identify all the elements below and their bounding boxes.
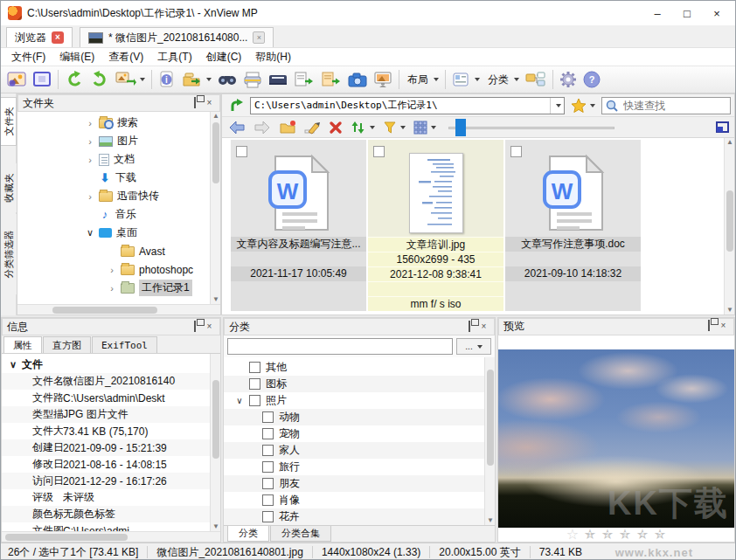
folder-tree-item[interactable]: ›搜索 xyxy=(17,114,220,132)
tab-browser[interactable]: 浏览器 × xyxy=(6,27,73,47)
menu-create[interactable]: 创建(C) xyxy=(199,48,249,66)
menu-file[interactable]: 文件(F) xyxy=(4,48,52,66)
categories-float-button[interactable] xyxy=(463,321,475,333)
file-item[interactable]: W 文章内容及标题编写注意... 2021-11-17 10:05:49 xyxy=(231,140,366,311)
favorites-dropdown-icon[interactable] xyxy=(590,104,595,107)
settings-button[interactable] xyxy=(557,67,580,92)
folders-close-button[interactable]: × xyxy=(204,98,215,109)
move-to-button[interactable] xyxy=(318,67,344,92)
index-print-dropdown-icon[interactable] xyxy=(475,78,480,81)
menu-edit[interactable]: 编辑(E) xyxy=(52,48,101,66)
collapse-icon[interactable]: ∨ xyxy=(235,396,244,405)
index-print-button[interactable] xyxy=(449,67,483,92)
info-horizontal-scrollbar[interactable] xyxy=(2,531,220,542)
category-checkbox[interactable] xyxy=(249,362,260,373)
folder-tree-item-selected[interactable]: ›工作记录1 xyxy=(17,279,220,297)
scrollbar-thumb[interactable] xyxy=(5,534,128,541)
forward-button[interactable] xyxy=(251,115,274,140)
filter-button[interactable] xyxy=(380,115,408,140)
category-row[interactable]: 旅行 xyxy=(224,459,495,475)
view-mode-button[interactable] xyxy=(411,115,439,140)
info-vertical-scrollbar[interactable]: ▼ xyxy=(210,354,220,531)
folder-tree-item[interactable]: ›图片 xyxy=(17,132,220,150)
item-checkbox[interactable] xyxy=(236,146,247,157)
back-button[interactable] xyxy=(226,115,248,140)
folders-horizontal-scrollbar[interactable] xyxy=(17,304,220,315)
menu-view[interactable]: 查看(V) xyxy=(101,48,150,66)
rotate-right-button[interactable] xyxy=(87,67,112,92)
preview-pane-icon[interactable] xyxy=(716,121,729,133)
tab-category-sets[interactable]: 分类合集 xyxy=(270,526,331,542)
category-checkbox[interactable] xyxy=(249,378,260,390)
category-checkbox[interactable] xyxy=(262,445,274,456)
browse-mode-button[interactable] xyxy=(4,67,29,92)
folder-tree-item[interactable]: ♪音乐 xyxy=(17,205,220,224)
close-button[interactable]: × xyxy=(702,3,732,24)
filter-dropdown-icon[interactable] xyxy=(400,126,406,129)
category-row[interactable]: 花卉 xyxy=(224,508,495,525)
up-one-level-button[interactable] xyxy=(226,93,246,118)
tab-properties[interactable]: 属性 xyxy=(3,336,42,353)
minimize-button[interactable]: – xyxy=(642,3,672,24)
tab-browser-close-icon[interactable]: × xyxy=(52,31,64,44)
file-item-selected[interactable]: 文章培训.jpg 1560x2699 - 435 2021-12-08 9:38… xyxy=(368,140,503,311)
folder-tree-item[interactable]: ⬇下载 xyxy=(17,169,220,187)
info-button[interactable]: i xyxy=(156,67,178,92)
scrollbar-thumb[interactable] xyxy=(726,190,733,252)
layout-button[interactable]: 布局 xyxy=(403,67,441,92)
rating-star-1[interactable]: ★1 xyxy=(583,528,598,542)
print-button[interactable] xyxy=(240,67,265,92)
open-with-dropdown-icon[interactable] xyxy=(206,78,212,81)
capture-button[interactable] xyxy=(345,67,370,92)
expand-icon[interactable]: › xyxy=(108,283,116,294)
new-folder-button[interactable] xyxy=(276,115,299,140)
view-dropdown-icon[interactable] xyxy=(431,126,436,129)
slideshow-button[interactable] xyxy=(371,67,395,92)
quick-search-input[interactable] xyxy=(621,99,726,113)
category-checkbox[interactable] xyxy=(262,461,274,473)
convert-button[interactable] xyxy=(113,67,148,92)
category-row[interactable]: 朋友 xyxy=(224,475,495,492)
help-button[interactable]: ? xyxy=(580,67,603,92)
sort-button[interactable] xyxy=(348,115,378,140)
expand-icon[interactable]: › xyxy=(108,265,116,275)
rating-star-3[interactable]: ★3 xyxy=(618,528,633,542)
folder-tree-item[interactable]: ∨桌面 xyxy=(17,224,220,242)
tab-exiftool[interactable]: ExifTool xyxy=(92,336,157,353)
tab-histogram[interactable]: 直方图 xyxy=(43,336,91,353)
file-item[interactable]: W 文章写作注意事项.doc 2021-09-10 14:18:32 xyxy=(505,140,641,311)
sidebar-tab-folders[interactable]: 文件夹 xyxy=(1,97,17,146)
expand-icon[interactable]: › xyxy=(86,136,94,147)
category-checkbox[interactable] xyxy=(262,428,274,439)
category-button[interactable]: 分类 xyxy=(483,67,522,92)
rating-star-4[interactable]: ★4 xyxy=(635,528,650,542)
info-close-button[interactable]: × xyxy=(204,321,215,333)
browser-vertical-scrollbar[interactable]: ▲▼ xyxy=(724,138,734,315)
category-checkbox[interactable] xyxy=(262,411,274,423)
copy-to-button[interactable] xyxy=(291,67,317,92)
category-dropdown-icon[interactable] xyxy=(514,78,519,81)
categories-close-button[interactable]: × xyxy=(478,321,490,333)
rotate-left-button[interactable] xyxy=(62,67,87,92)
collapse-icon[interactable]: ∨ xyxy=(86,227,94,239)
item-checkbox[interactable] xyxy=(373,146,385,157)
category-row[interactable]: ∨照片 xyxy=(224,392,495,409)
rating-star-5[interactable]: ★5 xyxy=(653,528,668,542)
address-input[interactable] xyxy=(251,100,550,111)
collapse-icon[interactable]: ∨ xyxy=(9,359,17,370)
delete-button[interactable] xyxy=(326,115,345,140)
preview-close-button[interactable]: × xyxy=(718,321,729,332)
favorites-button[interactable] xyxy=(568,93,598,118)
category-row[interactable]: 其他 xyxy=(224,359,495,376)
expand-icon[interactable]: › xyxy=(86,118,94,128)
folders-float-button[interactable] xyxy=(189,98,200,109)
tab-categories[interactable]: 分类 xyxy=(227,526,269,542)
open-with-button[interactable] xyxy=(179,67,214,92)
category-row[interactable]: 动物 xyxy=(224,409,495,425)
category-checkbox[interactable] xyxy=(262,494,274,506)
property-group[interactable]: ∨文件 xyxy=(2,356,220,373)
search-button[interactable] xyxy=(215,67,240,92)
folder-tree-item[interactable]: Avast xyxy=(17,242,220,260)
convert-dropdown-icon[interactable] xyxy=(140,78,145,81)
thumbnail-size-slider[interactable] xyxy=(448,119,614,136)
